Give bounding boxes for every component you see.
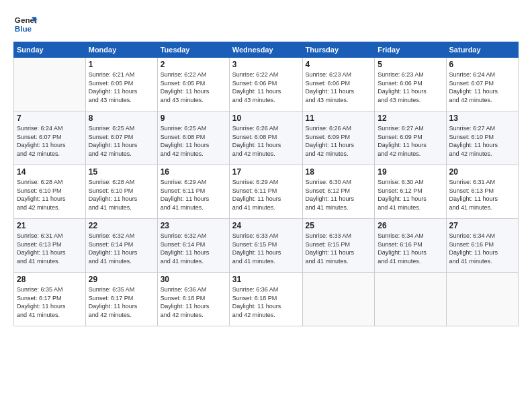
day-number: 21 (17, 221, 83, 230)
calendar-cell (14, 58, 86, 111)
calendar-cell (302, 273, 375, 326)
day-info: Sunrise: 6:33 AM Sunset: 6:15 PM Dayligh… (232, 232, 300, 265)
day-number: 25 (306, 221, 372, 230)
page: General Blue SundayMondayTuesdayWednesda… (0, 0, 532, 411)
calendar-cell: 28Sunrise: 6:35 AM Sunset: 6:17 PM Dayli… (14, 273, 86, 326)
calendar-cell: 6Sunrise: 6:24 AM Sunset: 6:07 PM Daylig… (446, 58, 518, 111)
calendar-cell: 17Sunrise: 6:29 AM Sunset: 6:11 PM Dayli… (229, 165, 302, 219)
day-info: Sunrise: 6:27 AM Sunset: 6:09 PM Dayligh… (378, 124, 443, 158)
day-number: 31 (232, 275, 300, 284)
day-number: 2 (161, 60, 226, 69)
day-number: 14 (17, 167, 83, 177)
calendar-cell: 23Sunrise: 6:32 AM Sunset: 6:14 PM Dayli… (157, 219, 229, 273)
day-number: 26 (378, 221, 443, 230)
day-number: 7 (17, 113, 83, 123)
calendar-cell: 8Sunrise: 6:25 AM Sunset: 6:07 PM Daylig… (85, 111, 157, 165)
day-info: Sunrise: 6:25 AM Sunset: 6:08 PM Dayligh… (161, 124, 226, 158)
day-number: 3 (232, 60, 300, 69)
day-number: 23 (161, 221, 226, 230)
week-row-4: 21Sunrise: 6:31 AM Sunset: 6:13 PM Dayli… (14, 219, 519, 273)
day-info: Sunrise: 6:30 AM Sunset: 6:12 PM Dayligh… (306, 178, 372, 212)
day-info: Sunrise: 6:31 AM Sunset: 6:13 PM Dayligh… (17, 232, 83, 265)
day-number: 12 (378, 113, 443, 123)
day-number: 29 (89, 275, 154, 284)
calendar-cell: 11Sunrise: 6:26 AM Sunset: 6:09 PM Dayli… (302, 111, 375, 165)
svg-text:Blue: Blue (15, 24, 32, 33)
day-info: Sunrise: 6:29 AM Sunset: 6:11 PM Dayligh… (232, 178, 300, 212)
calendar-table: SundayMondayTuesdayWednesdayThursdayFrid… (13, 42, 519, 326)
day-info: Sunrise: 6:23 AM Sunset: 6:06 PM Dayligh… (306, 71, 372, 104)
col-header-tuesday: Tuesday (157, 42, 229, 58)
col-header-saturday: Saturday (446, 42, 518, 58)
day-info: Sunrise: 6:35 AM Sunset: 6:17 PM Dayligh… (89, 285, 154, 319)
day-info: Sunrise: 6:23 AM Sunset: 6:06 PM Dayligh… (378, 71, 443, 104)
calendar-cell: 24Sunrise: 6:33 AM Sunset: 6:15 PM Dayli… (229, 219, 302, 273)
day-info: Sunrise: 6:26 AM Sunset: 6:09 PM Dayligh… (306, 124, 372, 158)
day-number: 19 (378, 167, 443, 177)
calendar-cell: 2Sunrise: 6:22 AM Sunset: 6:05 PM Daylig… (157, 58, 229, 111)
day-number: 13 (449, 113, 515, 123)
calendar-cell: 19Sunrise: 6:30 AM Sunset: 6:12 PM Dayli… (375, 165, 446, 219)
day-number: 18 (306, 167, 372, 177)
logo: General Blue (13, 12, 38, 36)
calendar-cell: 9Sunrise: 6:25 AM Sunset: 6:08 PM Daylig… (157, 111, 229, 165)
day-info: Sunrise: 6:32 AM Sunset: 6:14 PM Dayligh… (89, 232, 154, 265)
day-info: Sunrise: 6:31 AM Sunset: 6:13 PM Dayligh… (449, 178, 515, 212)
col-header-wednesday: Wednesday (229, 42, 302, 58)
week-row-1: 1Sunrise: 6:21 AM Sunset: 6:05 PM Daylig… (14, 58, 519, 111)
day-info: Sunrise: 6:24 AM Sunset: 6:07 PM Dayligh… (17, 124, 83, 158)
calendar-cell: 31Sunrise: 6:36 AM Sunset: 6:18 PM Dayli… (229, 273, 302, 326)
day-info: Sunrise: 6:36 AM Sunset: 6:18 PM Dayligh… (232, 285, 300, 319)
calendar-cell: 10Sunrise: 6:26 AM Sunset: 6:08 PM Dayli… (229, 111, 302, 165)
calendar-cell: 13Sunrise: 6:27 AM Sunset: 6:10 PM Dayli… (446, 111, 518, 165)
week-row-2: 7Sunrise: 6:24 AM Sunset: 6:07 PM Daylig… (14, 111, 519, 165)
calendar-cell: 12Sunrise: 6:27 AM Sunset: 6:09 PM Dayli… (375, 111, 446, 165)
day-info: Sunrise: 6:35 AM Sunset: 6:17 PM Dayligh… (17, 285, 83, 319)
week-row-3: 14Sunrise: 6:28 AM Sunset: 6:10 PM Dayli… (14, 165, 519, 219)
day-number: 5 (378, 60, 443, 69)
day-number: 9 (161, 113, 226, 123)
calendar-cell: 1Sunrise: 6:21 AM Sunset: 6:05 PM Daylig… (85, 58, 157, 111)
day-number: 11 (306, 113, 372, 123)
day-number: 16 (161, 167, 226, 177)
day-info: Sunrise: 6:24 AM Sunset: 6:07 PM Dayligh… (449, 71, 515, 104)
calendar-cell: 5Sunrise: 6:23 AM Sunset: 6:06 PM Daylig… (375, 58, 446, 111)
calendar-cell: 22Sunrise: 6:32 AM Sunset: 6:14 PM Dayli… (85, 219, 157, 273)
week-row-5: 28Sunrise: 6:35 AM Sunset: 6:17 PM Dayli… (14, 273, 519, 326)
calendar-cell: 20Sunrise: 6:31 AM Sunset: 6:13 PM Dayli… (446, 165, 518, 219)
calendar-cell: 15Sunrise: 6:28 AM Sunset: 6:10 PM Dayli… (85, 165, 157, 219)
day-number: 17 (232, 167, 300, 177)
day-info: Sunrise: 6:27 AM Sunset: 6:10 PM Dayligh… (449, 124, 515, 158)
day-number: 15 (89, 167, 154, 177)
calendar-cell: 4Sunrise: 6:23 AM Sunset: 6:06 PM Daylig… (302, 58, 375, 111)
col-header-friday: Friday (375, 42, 446, 58)
day-number: 30 (161, 275, 226, 284)
day-info: Sunrise: 6:29 AM Sunset: 6:11 PM Dayligh… (161, 178, 226, 212)
day-info: Sunrise: 6:22 AM Sunset: 6:06 PM Dayligh… (232, 71, 300, 104)
day-info: Sunrise: 6:22 AM Sunset: 6:05 PM Dayligh… (161, 71, 226, 104)
day-info: Sunrise: 6:33 AM Sunset: 6:15 PM Dayligh… (306, 232, 372, 265)
calendar-header-row: SundayMondayTuesdayWednesdayThursdayFrid… (14, 42, 519, 58)
day-number: 4 (306, 60, 372, 69)
calendar-cell: 3Sunrise: 6:22 AM Sunset: 6:06 PM Daylig… (229, 58, 302, 111)
col-header-sunday: Sunday (14, 42, 86, 58)
calendar-cell: 18Sunrise: 6:30 AM Sunset: 6:12 PM Dayli… (302, 165, 375, 219)
header: General Blue (13, 12, 519, 36)
day-info: Sunrise: 6:21 AM Sunset: 6:05 PM Dayligh… (89, 71, 154, 104)
day-number: 20 (449, 167, 515, 177)
calendar-body: 1Sunrise: 6:21 AM Sunset: 6:05 PM Daylig… (14, 58, 519, 326)
day-info: Sunrise: 6:28 AM Sunset: 6:10 PM Dayligh… (89, 178, 154, 212)
day-info: Sunrise: 6:34 AM Sunset: 6:16 PM Dayligh… (378, 232, 443, 265)
calendar-cell (375, 273, 446, 326)
calendar-cell: 29Sunrise: 6:35 AM Sunset: 6:17 PM Dayli… (85, 273, 157, 326)
day-info: Sunrise: 6:30 AM Sunset: 6:12 PM Dayligh… (378, 178, 443, 212)
day-number: 22 (89, 221, 154, 230)
day-info: Sunrise: 6:32 AM Sunset: 6:14 PM Dayligh… (161, 232, 226, 265)
logo-icon: General Blue (13, 12, 38, 36)
calendar-cell: 21Sunrise: 6:31 AM Sunset: 6:13 PM Dayli… (14, 219, 86, 273)
day-info: Sunrise: 6:25 AM Sunset: 6:07 PM Dayligh… (89, 124, 154, 158)
calendar-cell: 25Sunrise: 6:33 AM Sunset: 6:15 PM Dayli… (302, 219, 375, 273)
day-number: 24 (232, 221, 300, 230)
calendar-cell: 26Sunrise: 6:34 AM Sunset: 6:16 PM Dayli… (375, 219, 446, 273)
calendar-cell: 16Sunrise: 6:29 AM Sunset: 6:11 PM Dayli… (157, 165, 229, 219)
